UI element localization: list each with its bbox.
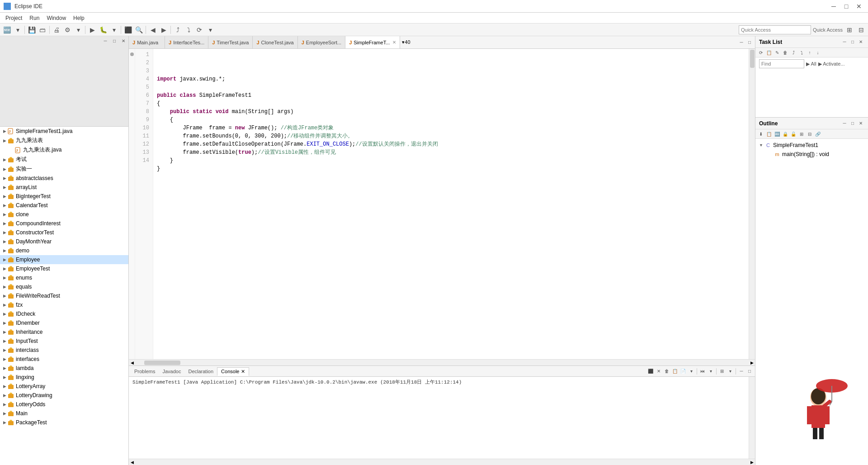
tree-item-15[interactable]: ▶EmployeeTest (0, 264, 128, 273)
outline-btn-2[interactable]: 📋 (765, 130, 773, 138)
outline-btn-1[interactable]: ⬇ (757, 130, 764, 138)
outline-btn-6[interactable]: ⊞ (798, 130, 805, 138)
tree-item-23[interactable]: ▶InputTest (0, 337, 128, 346)
tree-item-20[interactable]: ▶IDcheck (0, 309, 128, 318)
scroll-left-btn[interactable]: ◀ (129, 360, 135, 366)
views-button[interactable]: ⊟ (856, 25, 866, 35)
bottom-hscrollbar[interactable]: ◀ ▶ (129, 459, 755, 465)
toolbar-btn-14[interactable]: ⟳ (194, 25, 204, 35)
tree-item-18[interactable]: ▶FileWriteReadTest (0, 291, 128, 300)
menu-help[interactable]: Help (70, 14, 88, 22)
toolbar-btn-10[interactable]: 🔍 (134, 25, 144, 35)
tree-item-1[interactable]: ▶九九乘法表 (0, 136, 128, 145)
tree-item-7[interactable]: ▶BigIntegerTest (0, 192, 128, 201)
maximize-bottom-btn[interactable]: □ (746, 368, 753, 375)
editor-tab-0[interactable]: JMain.java (129, 36, 165, 48)
stop-console-btn[interactable]: ⬛ (647, 368, 654, 375)
outline-btn-4[interactable]: 🔒 (782, 130, 789, 138)
forward-button[interactable]: ▶ (159, 25, 169, 35)
outline-method-item[interactable]: m main(String[]) : void (757, 150, 866, 159)
tree-item-30[interactable]: ▶LotteryOdds (0, 400, 128, 409)
tree-item-11[interactable]: ▶ConstructorTest (0, 228, 128, 237)
tree-item-21[interactable]: ▶IDnember (0, 318, 128, 327)
back-button[interactable]: ◀ (148, 25, 158, 35)
editor-tab-4[interactable]: JEmployeeSort... (298, 36, 345, 48)
tree-item-16[interactable]: ▶enums (0, 273, 128, 282)
toolbar-btn-2[interactable]: ▾ (13, 25, 23, 35)
task-activate[interactable]: ▶ Activate... (818, 61, 845, 67)
console-scrollbar[interactable] (749, 377, 755, 459)
tree-item-2[interactable]: J九九乘法表.java (0, 145, 128, 155)
minimize-button[interactable]: ─ (828, 2, 839, 11)
tree-item-10[interactable]: ▶CompoundInterest (0, 219, 128, 228)
tree-item-4[interactable]: ▶实验一 (0, 164, 128, 174)
console-btn-9[interactable]: ⊞ (718, 368, 726, 375)
tree-item-26[interactable]: ▶lambda (0, 364, 128, 373)
outline-btn-7[interactable]: ⊟ (806, 130, 813, 138)
toolbar-btn-8[interactable]: ▾ (109, 25, 119, 35)
tab-console[interactable]: Console ✕ (217, 367, 249, 376)
perspectives-button[interactable]: ⊞ (844, 25, 854, 35)
tree-item-25[interactable]: ▶interfaces (0, 355, 128, 364)
scroll-right-btn[interactable]: ▶ (749, 360, 755, 366)
tree-item-0[interactable]: ▶JSimpleFrameTest1.java (0, 127, 128, 136)
editor-tab-5[interactable]: JSimpleFrameT...✕ (345, 36, 400, 49)
outline-close[interactable]: ✕ (857, 120, 864, 127)
toolbar-btn-12[interactable]: ⤴ (173, 25, 183, 35)
tree-item-14[interactable]: ▶Employee (0, 255, 128, 264)
tab-declaration[interactable]: Declaration (184, 368, 217, 375)
run-button[interactable]: ▶ (87, 25, 97, 35)
console-btn-7[interactable]: ⏮ (699, 368, 706, 375)
tree-item-19[interactable]: ▶fzx (0, 300, 128, 309)
tab-close-btn[interactable]: ✕ (392, 40, 396, 45)
task-filter-all[interactable]: ▶ All (806, 61, 816, 67)
tree-item-12[interactable]: ▶DayMonthYear (0, 237, 128, 246)
save-button[interactable]: 💾 (27, 25, 37, 35)
menu-run[interactable]: Run (26, 14, 43, 22)
outline-minimize[interactable]: ─ (841, 120, 848, 127)
tree-item-9[interactable]: ▶clone (0, 210, 128, 219)
outline-class-item[interactable]: ▼ C SimpleFrameTest1 (757, 141, 866, 150)
outline-btn-8[interactable]: 🔗 (814, 130, 821, 138)
task-btn-2[interactable]: 📋 (765, 49, 773, 56)
outline-content[interactable]: ▼ C SimpleFrameTest1 m main(String[]) : … (755, 139, 868, 161)
tree-item-13[interactable]: ▶demo (0, 246, 128, 255)
tree-item-3[interactable]: ▶考试 (0, 155, 128, 164)
task-btn-4[interactable]: 🗑 (782, 49, 789, 56)
tab-ctrl-maximize[interactable]: □ (746, 39, 753, 46)
tree-item-32[interactable]: ▶PackageTest (0, 418, 128, 427)
editor-tab-1[interactable]: JInterfaceTes... (165, 36, 208, 48)
vertical-scrollbar[interactable] (749, 49, 755, 359)
bottom-scroll-left[interactable]: ◀ (129, 459, 135, 465)
task-list-maximize[interactable]: □ (849, 38, 856, 46)
minimize-left-btn[interactable]: ─ (101, 37, 109, 44)
console-btn-5[interactable]: 📄 (679, 368, 687, 375)
tree-item-5[interactable]: ▶abstractclasses (0, 174, 128, 183)
horizontal-scrollbar[interactable]: ◀ ▶ (129, 359, 755, 365)
task-btn-3[interactable]: ✎ (774, 49, 781, 56)
tab-ctrl-minimize[interactable]: ─ (738, 39, 745, 46)
debug-button[interactable]: 🐛 (98, 25, 108, 35)
task-btn-6[interactable]: ⤵ (798, 49, 805, 56)
tab-javadoc[interactable]: Javadoc (159, 368, 184, 375)
close-button[interactable]: ✕ (854, 2, 864, 11)
code-content[interactable]: import javax.swing.*; public class Simpl… (153, 49, 749, 359)
tree-item-22[interactable]: ▶Inheritance (0, 327, 128, 337)
toolbar-btn-6[interactable]: ▾ (73, 25, 83, 35)
tree-item-28[interactable]: ▶LotteryArray (0, 382, 128, 391)
menu-window[interactable]: Window (43, 14, 70, 22)
tab-problems[interactable]: Problems (131, 368, 159, 375)
console-btn-10[interactable]: ▾ (726, 368, 734, 375)
clear-console-btn[interactable]: 🗑 (663, 368, 670, 375)
console-btn-8[interactable]: ▾ (707, 368, 714, 375)
toolbar-btn-13[interactable]: ⤵ (184, 25, 193, 35)
close-console-btn[interactable]: ✕ (655, 368, 662, 375)
task-list-minimize[interactable]: ─ (841, 38, 848, 46)
console-btn-6[interactable]: ▾ (688, 368, 695, 375)
print-button[interactable]: 🖨 (52, 25, 61, 35)
outline-btn-3[interactable]: 🔤 (774, 130, 781, 138)
tree-item-29[interactable]: ▶LotteryDrawing (0, 391, 128, 400)
toolbar-btn-9[interactable]: ⬛ (123, 25, 133, 35)
minimize-bottom-btn[interactable]: ─ (738, 368, 745, 375)
new-button[interactable]: 🆕 (2, 25, 12, 35)
